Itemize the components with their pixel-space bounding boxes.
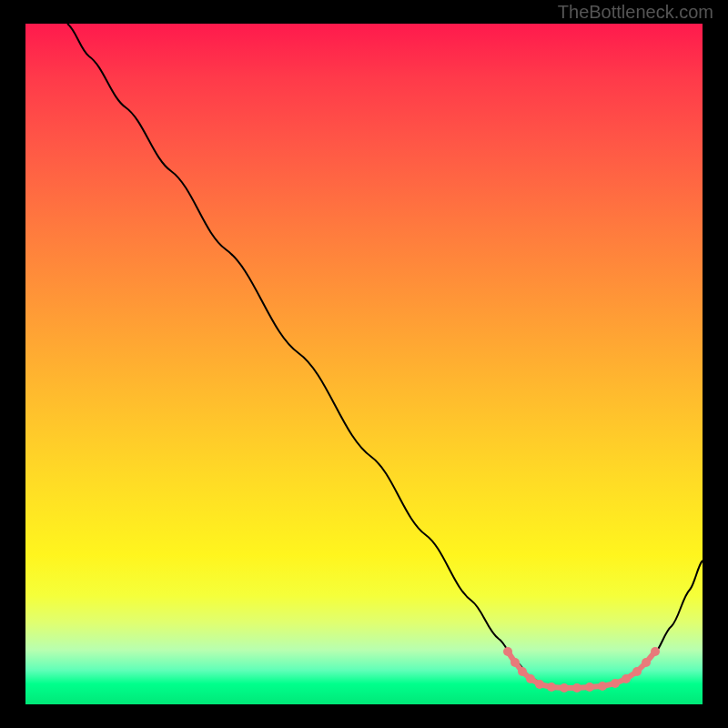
data-marker bbox=[598, 682, 607, 691]
bottleneck-curve bbox=[67, 24, 703, 688]
data-marker bbox=[611, 679, 620, 688]
marker-group bbox=[503, 647, 660, 693]
data-marker bbox=[535, 680, 544, 689]
data-marker bbox=[642, 658, 651, 667]
data-marker bbox=[526, 674, 535, 683]
data-marker bbox=[572, 683, 581, 693]
data-marker bbox=[503, 647, 512, 656]
data-marker bbox=[511, 658, 520, 667]
data-marker bbox=[560, 683, 569, 693]
data-marker bbox=[651, 647, 660, 656]
data-marker bbox=[622, 674, 631, 683]
data-marker bbox=[585, 682, 594, 692]
watermark-text: TheBottleneck.com bbox=[558, 2, 713, 23]
plot-area bbox=[25, 24, 703, 704]
data-marker bbox=[518, 667, 527, 676]
chart-svg bbox=[25, 24, 703, 704]
data-marker bbox=[547, 682, 556, 692]
data-marker bbox=[632, 667, 642, 676]
